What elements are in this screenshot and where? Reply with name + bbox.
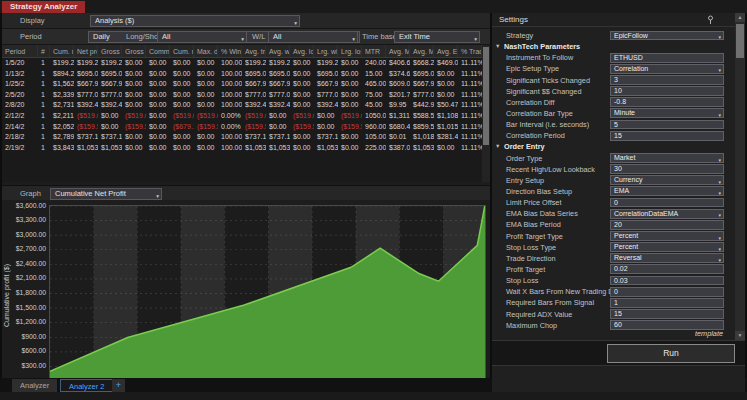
table-cell: $0.00 — [146, 69, 170, 80]
table-column-header[interactable]: Commi — [146, 45, 170, 57]
table-cell: 100.00 — [218, 79, 242, 90]
table-cell: 1 — [38, 111, 50, 122]
table-cell: $695.0 — [410, 69, 434, 80]
chevron-down-icon: ▾ — [718, 189, 721, 196]
table-column-header[interactable]: # — [38, 45, 50, 57]
setting-row: Bar Interval (i.e. seconds)5 — [492, 119, 728, 130]
table-row[interactable]: 2/8/201$2,731$392.4$392.4$0.00$0.00$0.00… — [2, 100, 482, 111]
table-column-header[interactable]: Gross p — [98, 45, 122, 57]
setting-input[interactable]: 30 — [610, 164, 724, 174]
setting-input[interactable]: 10 — [610, 86, 724, 96]
chart-plot-area[interactable] — [49, 205, 486, 380]
table-cell: ($519.6 — [170, 111, 194, 122]
table-cell: ($519.6 — [122, 111, 146, 122]
table-cell: $1,053 — [266, 143, 290, 154]
setting-select[interactable]: Correlation▾ — [610, 64, 724, 74]
table-row[interactable]: 2/19/21$3,843$1,053$1,053$0.00$0.00$0.00… — [2, 143, 482, 154]
run-button[interactable]: Run — [607, 344, 735, 363]
table-column-header[interactable]: Avg. wi — [266, 45, 290, 57]
setting-input[interactable]: 20 — [610, 220, 724, 230]
setting-input[interactable]: -0.8 — [610, 97, 724, 107]
setting-select[interactable]: Currency▾ — [610, 175, 724, 185]
setting-select[interactable]: Percent▾ — [610, 231, 724, 241]
setting-input[interactable]: 15 — [610, 131, 724, 141]
timebase-dropdown[interactable]: Exit Time ▾ — [394, 31, 480, 43]
table-scrollbar-thumb[interactable] — [483, 47, 489, 145]
display-toolbar: Display Analysis ($) ▾ — [2, 13, 490, 29]
wl-dropdown[interactable]: All ▾ — [268, 31, 358, 43]
table-row[interactable]: 1/13/21$894.2$695.0$695.0$0.00$0.00$0.00… — [2, 69, 482, 80]
setting-select[interactable]: Minute▾ — [610, 108, 724, 118]
table-scrollbar[interactable] — [482, 45, 490, 182]
table-column-header[interactable]: Avg. E — [434, 45, 458, 57]
table-column-header[interactable]: Net pro — [74, 45, 98, 57]
settings-section-header[interactable]: ▼NashTech Parameters — [492, 41, 728, 52]
table-cell: $281.4 — [434, 132, 458, 143]
table-row[interactable]: 2/5/201$2,339$777.0$777.0$0.00$0.00$0.00… — [2, 90, 482, 101]
table-column-header[interactable]: Max. d — [194, 45, 218, 57]
table-column-header[interactable]: Cum. n — [50, 45, 74, 57]
title-bar[interactable]: Strategy Analyzer — [0, 0, 747, 13]
setting-input[interactable]: 0.02 — [610, 264, 724, 274]
y-tick-label: $3,300.00 — [4, 216, 46, 223]
table-cell: $667.9 — [410, 79, 434, 90]
setting-input[interactable]: 5 — [610, 120, 724, 130]
pin-icon[interactable] — [706, 15, 715, 25]
table-cell: $0.00 — [290, 143, 314, 154]
setting-input[interactable]: 0 — [610, 198, 724, 208]
period-label: Period — [20, 31, 42, 43]
setting-input[interactable]: 3 — [610, 75, 724, 85]
setting-input[interactable]: 0.03 — [610, 276, 724, 286]
table-column-header[interactable]: Avg. M — [386, 45, 410, 57]
tab-analyzer-2[interactable]: Analyzer 2 — [60, 379, 113, 392]
setting-row: Required ADX Value15 — [492, 309, 728, 320]
setting-select[interactable]: EpicFollow▾ — [610, 31, 724, 41]
table-column-header[interactable]: MTR — [362, 45, 386, 57]
settings-scrollbar[interactable]: ▲ ▼ — [735, 13, 745, 340]
setting-input[interactable]: 1 — [610, 298, 724, 308]
table-column-header[interactable]: Cum. n — [170, 45, 194, 57]
setting-select[interactable]: Percent▾ — [610, 242, 724, 252]
display-dropdown[interactable]: Analysis ($) ▾ — [90, 15, 300, 27]
settings-scrollbar-thumb[interactable] — [736, 24, 744, 58]
setting-row: Stop Loss TypePercent▾ — [492, 242, 728, 253]
table-row[interactable]: 2/18/21$2,789$737.1$737.1$0.00$0.00$0.00… — [2, 132, 482, 143]
table-column-header[interactable]: Lrg. los — [338, 45, 362, 57]
setting-select[interactable]: Reversal▾ — [610, 253, 724, 263]
graph-type-dropdown[interactable]: Cumulative Net Profit ▾ — [50, 188, 162, 200]
window-title-tab[interactable]: Strategy Analyzer — [2, 1, 85, 13]
table-column-header[interactable]: Avg. tra — [242, 45, 266, 57]
setting-select[interactable]: EMA▾ — [610, 186, 724, 196]
table-column-header[interactable]: % Trad — [458, 45, 482, 57]
table-column-header[interactable]: Avg. M — [410, 45, 434, 57]
table-cell: 1 — [38, 132, 50, 143]
setting-input[interactable]: 0 — [610, 287, 724, 297]
setting-select[interactable]: CorrelationDataEMA▾ — [610, 209, 724, 219]
table-column-header[interactable]: Period — [2, 45, 38, 57]
scroll-down-icon[interactable]: ▼ — [735, 331, 745, 340]
setting-row: EMA Bias Period20 — [492, 219, 728, 230]
table-row[interactable]: 2/14/21$2,052($159.5$0.00($159.5$0.00($6… — [2, 122, 482, 133]
longshort-dropdown[interactable]: All ▾ — [157, 31, 247, 43]
table-column-header[interactable]: Avg. lo — [290, 45, 314, 57]
tab-analyzer[interactable]: Analyzer — [12, 379, 57, 392]
scroll-up-icon[interactable]: ▲ — [735, 13, 745, 22]
table-cell: 960.00 — [362, 122, 386, 133]
table-row[interactable]: 1/5/201$199.2$199.2$199.2$0.00$0.00$0.00… — [2, 58, 482, 69]
settings-header: Settings — [492, 13, 745, 27]
setting-input[interactable]: ETHUSD — [610, 53, 724, 63]
table-column-header[interactable]: Lrg. wi — [314, 45, 338, 57]
table-cell: 11.11% — [458, 79, 482, 90]
setting-select[interactable]: Market▾ — [610, 153, 724, 163]
chevron-down-icon: ▾ — [718, 211, 721, 218]
settings-section-header[interactable]: ▼Order Entry — [492, 141, 728, 152]
setting-input[interactable]: 15 — [610, 309, 724, 319]
template-link[interactable]: template — [695, 329, 723, 338]
add-tab-button[interactable]: + — [112, 379, 125, 392]
table-row[interactable]: 1/25/21$1,562$667.9$667.9$0.00$0.00$0.00… — [2, 79, 482, 90]
table-column-header[interactable]: % Win — [218, 45, 242, 57]
table-column-header[interactable]: Gross l — [122, 45, 146, 57]
table-cell: $1,015 — [434, 122, 458, 133]
table-cell: $0.00 — [338, 79, 362, 90]
table-row[interactable]: 2/12/21$2,211($519.6$0.00($519.6$0.00($5… — [2, 111, 482, 122]
